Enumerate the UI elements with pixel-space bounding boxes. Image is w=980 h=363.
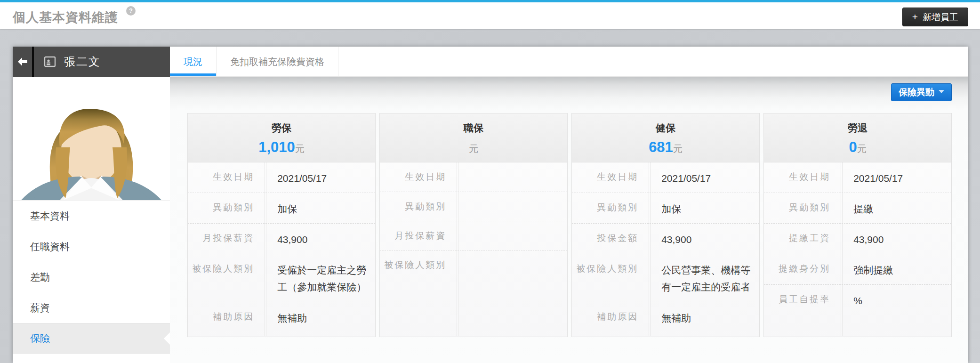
insurance-card-3: 勞退 0元 生效日期 2021/05/17 異動類別 提繳 提繳工資 43,90…: [763, 113, 952, 337]
sidebar-item-4[interactable]: 保險: [13, 323, 170, 354]
row-label: 補助原因: [188, 302, 265, 332]
card-amount-line: 0元: [764, 139, 951, 156]
card-row: 投保金額 43,900: [572, 223, 759, 254]
row-value: [457, 192, 567, 221]
row-label: 生效日期: [764, 162, 841, 193]
card-row: 補助原因 無補助: [188, 302, 375, 332]
employee-header: 張二文: [34, 47, 170, 77]
row-value: 提繳: [841, 193, 951, 223]
card-row: 月投保薪資: [380, 221, 567, 250]
row-value: %: [841, 285, 951, 315]
menu-item-label: 任職資料: [30, 241, 70, 252]
card-row: 生效日期 2021/05/17: [188, 162, 375, 193]
card-body: 生效日期 異動類別 月投保薪資 被保險人類別: [380, 162, 567, 336]
row-label: 生效日期: [380, 162, 457, 192]
help-icon[interactable]: ?: [126, 6, 136, 16]
card-row: 員工自提率 %: [764, 284, 951, 315]
card-amount: 1,010: [258, 139, 295, 155]
tab-bar: 現況 免扣取補充保險費資格: [170, 47, 968, 77]
card-header: 健保 681元: [572, 113, 759, 162]
sidebar-item-1[interactable]: 任職資料: [13, 231, 170, 262]
menu-item-label: 差勤: [30, 272, 50, 282]
row-value: [457, 221, 567, 250]
row-value: [457, 250, 567, 279]
row-value: 加保: [649, 193, 759, 223]
row-label: 異動類別: [572, 193, 649, 223]
card-row: 生效日期 2021/05/17: [764, 162, 951, 193]
insurance-change-label: 保險異動: [899, 87, 934, 97]
tab-label: 現況: [184, 56, 202, 67]
insurance-content: 保險異動 勞保 1,010元 生效日期 2021/05/17 異動類別 加保 月…: [170, 77, 968, 363]
row-label: 異動類別: [188, 193, 265, 223]
tab-label: 免扣取補充保險費資格: [230, 56, 324, 67]
page-title: 個人基本資料維護: [13, 9, 118, 26]
row-value: 43,900: [649, 224, 759, 254]
row-value: 公民營事業、機構等有一定雇主的受雇者: [649, 254, 759, 301]
card-body: 生效日期 2021/05/17 異動類別 加保 月投保薪資 43,900 被保險…: [188, 162, 375, 336]
row-label: 異動類別: [764, 193, 841, 223]
chevron-down-icon: [939, 90, 944, 93]
row-value: 2021/05/17: [265, 162, 375, 193]
card-body: 生效日期 2021/05/17 異動類別 提繳 提繳工資 43,900 提繳身分…: [764, 162, 951, 336]
card-rows: 生效日期 2021/05/17 異動類別 提繳 提繳工資 43,900 提繳身分…: [764, 162, 951, 315]
row-value: 無補助: [265, 302, 375, 332]
card-row: 異動類別 提繳: [764, 193, 951, 223]
sidebar-item-3[interactable]: 薪資: [13, 292, 170, 323]
row-value: 加保: [265, 193, 375, 223]
insurance-card-0: 勞保 1,010元 生效日期 2021/05/17 異動類別 加保 月投保薪資 …: [187, 113, 376, 337]
row-label: 生效日期: [188, 162, 265, 193]
employee-sidebar: 張二文: [13, 47, 170, 363]
insurance-cards: 勞保 1,010元 生效日期 2021/05/17 異動類別 加保 月投保薪資 …: [187, 113, 952, 337]
menu-item-label: 保險: [30, 333, 50, 344]
row-label: 投保金額: [572, 224, 649, 254]
card-row: 生效日期 2021/05/17: [572, 162, 759, 193]
row-value: 無補助: [649, 302, 759, 332]
id-card-icon: [43, 55, 56, 68]
card-rows: 生效日期 異動類別 月投保薪資 被保險人類別: [380, 162, 567, 279]
employee-avatar: [13, 77, 170, 200]
main-panel: 張二文: [13, 47, 968, 363]
back-arrow-icon: [16, 56, 29, 68]
card-row: 被保險人類別: [380, 250, 567, 279]
sidebar-item-0[interactable]: 基本資料: [13, 201, 170, 231]
card-amount-line: 681元: [572, 139, 759, 156]
tab-0[interactable]: 現況: [170, 47, 217, 76]
card-row: 異動類別: [380, 192, 567, 221]
row-label: 被保險人類別: [572, 254, 649, 301]
row-label: 提繳身分別: [764, 254, 841, 284]
card-row: 提繳工資 43,900: [764, 223, 951, 254]
add-employee-button[interactable]: +新增員工: [902, 8, 968, 26]
card-header: 職保 元: [380, 113, 567, 162]
row-value: 2021/05/17: [841, 162, 951, 193]
card-amount: 0: [849, 139, 857, 155]
sidebar-header: 張二文: [13, 47, 170, 77]
insurance-change-button[interactable]: 保險異動: [891, 83, 952, 101]
row-value: 強制提繳: [841, 254, 951, 284]
row-label: 月投保薪資: [188, 224, 265, 254]
card-row: 月投保薪資 43,900: [188, 223, 375, 254]
card-title: 勞退: [764, 113, 951, 135]
card-row: 被保險人類別 公民營事業、機構等有一定雇主的受雇者: [572, 254, 759, 301]
card-title: 健保: [572, 113, 759, 135]
row-value: [457, 162, 567, 192]
row-value: 2021/05/17: [649, 162, 759, 193]
row-value: 43,900: [841, 224, 951, 254]
card-row: 生效日期: [380, 162, 567, 192]
sidebar-menu: 基本資料 任職資料 差勤 薪資 保險: [13, 200, 170, 354]
row-label: 生效日期: [572, 162, 649, 193]
card-amount: 681: [649, 139, 673, 155]
card-rows: 生效日期 2021/05/17 異動類別 加保 投保金額 43,900 被保險人…: [572, 162, 759, 332]
card-body: 生效日期 2021/05/17 異動類別 加保 投保金額 43,900 被保險人…: [572, 162, 759, 336]
card-rows: 生效日期 2021/05/17 異動類別 加保 月投保薪資 43,900 被保險…: [188, 162, 375, 332]
row-label: 提繳工資: [764, 224, 841, 254]
plus-icon: +: [912, 11, 918, 22]
menu-item-label: 薪資: [30, 302, 50, 313]
card-unit: 元: [673, 144, 683, 154]
tab-1[interactable]: 免扣取補充保險費資格: [217, 47, 338, 76]
content-area: 現況 免扣取補充保險費資格 保險異動 勞保 1,010元 生效日期 2021/0…: [170, 47, 968, 363]
back-button[interactable]: [13, 47, 34, 77]
card-amount-line: 1,010元: [188, 139, 375, 156]
row-label: 被保險人類別: [188, 254, 265, 301]
card-amount-line: 元: [380, 139, 567, 156]
sidebar-item-2[interactable]: 差勤: [13, 262, 170, 292]
